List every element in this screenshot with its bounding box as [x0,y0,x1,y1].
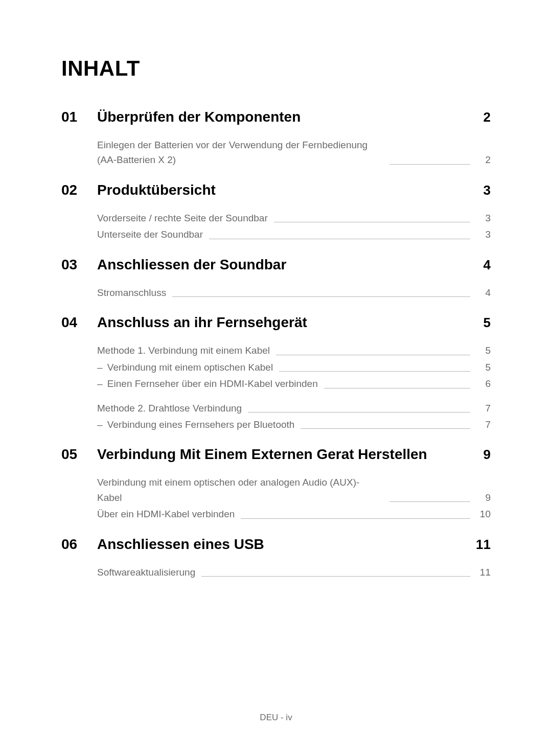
leader-line [209,239,470,239]
entry-text: Vorderseite / rechte Seite der Soundbar [97,211,268,225]
toc-sub-entry: Verbindung eines Fernsehers per Bluetoot… [97,417,491,432]
toc-container: 01Überprüfen der Komponenten2Einlegen de… [61,109,491,580]
section-page: 2 [470,109,491,125]
entry-text: Unterseite der Soundbar [97,227,203,242]
entry-page: 3 [476,211,491,225]
entry-text: Einlegen der Batterien vor der Verwendun… [97,138,383,168]
leader-line [274,222,470,222]
entry-page: 7 [476,401,491,416]
section-header: 03Anschliessen der Soundbar4 [61,257,491,273]
section-header: 01Überprüfen der Komponenten2 [61,109,491,125]
entry-text: Stromanschluss [97,285,166,300]
leader-line [324,388,470,388]
entry-page: 5 [476,360,491,375]
entry-group: Softwareaktualisierung11 [97,565,491,580]
section-title: Produktübersicht [97,182,470,198]
section-number: 03 [61,257,97,273]
entry-group: Verbindung mit einem optischen oder anal… [97,475,491,521]
toc-section: 05Verbindung Mit Einem Externen Gerat He… [61,446,491,521]
entry-page: 3 [476,227,491,242]
toc-section: 06Anschliessen eines USB11Softwareaktual… [61,536,491,580]
entry-page: 2 [476,152,491,167]
leader-line [301,428,470,429]
section-number: 05 [61,446,97,463]
toc-entry: Methode 1. Verbindung mit einem Kabel5 [97,343,491,358]
entry-text: Über ein HDMI-Kabel verbinden [97,507,235,521]
toc-entry: Über ein HDMI-Kabel verbinden10 [97,507,491,521]
section-entries: Vorderseite / rechte Seite der Soundbar3… [97,211,491,242]
leader-line [389,501,470,502]
leader-line [389,164,470,165]
leader-line [241,518,470,519]
section-header: 06Anschliessen eines USB11 [61,536,491,553]
section-number: 04 [61,314,97,331]
entry-page: 5 [476,343,491,358]
entry-text: Verbindung eines Fernsehers per Bluetoot… [106,417,294,432]
toc-section: 02Produktübersicht3Vorderseite / rechte … [61,182,491,242]
leader-line [276,355,470,355]
leader-line [172,296,470,297]
page-title: INHALT [61,56,491,81]
entry-group: Vorderseite / rechte Seite der Soundbar3… [97,211,491,242]
section-number: 02 [61,182,97,198]
section-entries: Einlegen der Batterien vor der Verwendun… [97,138,491,168]
section-page: 3 [470,182,491,198]
section-header: 02Produktübersicht3 [61,182,491,198]
entry-text: Methode 2. Drahtlose Verbindung [97,401,242,416]
section-number: 06 [61,536,97,553]
toc-section: 04Anschluss an ihr Fernsehgerät5Methode … [61,314,491,432]
section-title: Überprüfen der Komponenten [97,109,470,125]
section-title: Anschluss an ihr Fernsehgerät [97,314,470,331]
entry-text: Softwareaktualisierung [97,565,195,580]
entry-page: 6 [476,376,491,391]
toc-section: 03Anschliessen der Soundbar4Stromanschlu… [61,257,491,300]
entry-page: 7 [476,417,491,432]
toc-entry: Einlegen der Batterien vor der Verwendun… [97,138,491,168]
toc-entry: Methode 2. Drahtlose Verbindung7 [97,401,491,416]
entry-group: Einlegen der Batterien vor der Verwendun… [97,138,491,168]
section-page: 4 [470,257,491,273]
toc-entry: Verbindung mit einem optischen oder anal… [97,475,491,505]
section-entries: Stromanschluss4 [97,285,491,300]
toc-entry: Unterseite der Soundbar3 [97,227,491,242]
section-header: 04Anschluss an ihr Fernsehgerät5 [61,314,491,331]
section-entries: Softwareaktualisierung11 [97,565,491,580]
entry-group: Methode 1. Verbindung mit einem Kabel5Ve… [97,343,491,391]
toc-section: 01Überprüfen der Komponenten2Einlegen de… [61,109,491,168]
section-page: 11 [470,537,491,553]
toc-sub-entry: Einen Fernseher über ein HDMI-Kabel verb… [97,376,491,391]
section-header: 05Verbindung Mit Einem Externen Gerat He… [61,446,491,463]
entry-group: Methode 2. Drahtlose Verbindung7Verbindu… [97,401,491,432]
section-entries: Methode 1. Verbindung mit einem Kabel5Ve… [97,343,491,432]
entry-group: Stromanschluss4 [97,285,491,300]
toc-sub-entry: Verbindung mit einem optischen Kabel5 [97,360,491,375]
leader-line [201,576,470,577]
entry-page: 4 [476,285,491,300]
section-entries: Verbindung mit einem optischen oder anal… [97,475,491,521]
entry-text: Methode 1. Verbindung mit einem Kabel [97,343,270,358]
toc-entry: Softwareaktualisierung11 [97,565,491,580]
page-footer: DEU - iv [0,713,552,723]
entry-text: Einen Fernseher über ein HDMI-Kabel verb… [106,376,318,391]
entry-page: 9 [476,490,491,505]
entry-page: 10 [476,507,491,521]
entry-page: 11 [476,565,491,580]
section-number: 01 [61,109,97,125]
entry-text: Verbindung mit einem optischen Kabel [106,360,273,375]
section-page: 5 [470,315,491,331]
section-title: Anschliessen eines USB [97,536,470,553]
leader-line [279,371,470,372]
section-title: Verbindung Mit Einem Externen Gerat Hers… [97,446,470,463]
toc-entry: Vorderseite / rechte Seite der Soundbar3 [97,211,491,225]
leader-line [248,412,470,413]
entry-text: Verbindung mit einem optischen oder anal… [97,475,383,505]
section-title: Anschliessen der Soundbar [97,257,470,273]
section-page: 9 [470,447,491,463]
toc-entry: Stromanschluss4 [97,285,491,300]
